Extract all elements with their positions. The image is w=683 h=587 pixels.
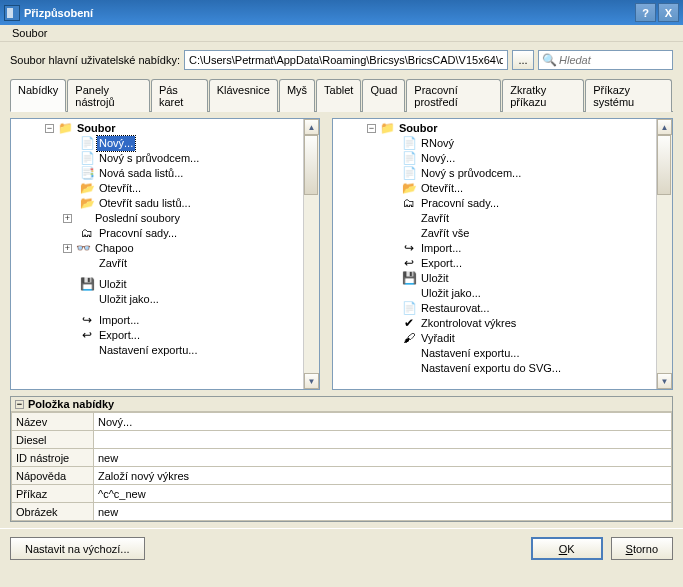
browse-button[interactable]: ... bbox=[512, 50, 534, 70]
tab-panely-nástrojů[interactable]: Panely nástrojů bbox=[67, 79, 150, 112]
tree-item[interactable]: Poslední soubory bbox=[93, 211, 182, 226]
tree-item[interactable]: Pracovní sady... bbox=[97, 226, 179, 241]
close-button[interactable]: X bbox=[658, 3, 679, 22]
tab-tablet[interactable]: Tablet bbox=[316, 79, 361, 112]
expand-icon[interactable]: + bbox=[63, 214, 72, 223]
item-icon: 📄 bbox=[401, 302, 417, 316]
expand-icon[interactable]: + bbox=[63, 244, 72, 253]
tree-item[interactable]: Export... bbox=[419, 256, 464, 271]
search-input[interactable] bbox=[538, 50, 673, 70]
tree-item[interactable]: Otevřít... bbox=[97, 181, 143, 196]
path-input[interactable] bbox=[184, 50, 508, 70]
prop-value[interactable]: Nový... bbox=[94, 413, 672, 431]
prop-value[interactable]: new bbox=[94, 503, 672, 521]
prop-key: Název bbox=[12, 413, 94, 431]
menu-file[interactable]: Soubor bbox=[6, 25, 53, 41]
tree-item[interactable]: Nový... bbox=[419, 151, 457, 166]
help-button[interactable]: ? bbox=[635, 3, 656, 22]
tab-pás-karet[interactable]: Pás karet bbox=[151, 79, 208, 112]
tab-quad[interactable]: Quad bbox=[362, 79, 405, 112]
tree-item[interactable]: Uložit bbox=[419, 271, 451, 286]
tree-item[interactable]: Nastavení exportu... bbox=[419, 346, 521, 361]
collapse-icon[interactable]: − bbox=[15, 400, 24, 409]
prop-value[interactable] bbox=[94, 431, 672, 449]
item-icon: 👓 bbox=[75, 242, 91, 256]
folder-icon: 📁 bbox=[379, 122, 395, 136]
app-icon bbox=[4, 5, 20, 21]
ok-button[interactable]: OK bbox=[531, 537, 603, 560]
scroll-thumb[interactable] bbox=[304, 135, 318, 195]
tab-myš[interactable]: Myš bbox=[279, 79, 315, 112]
tree-item[interactable]: Uložit jako... bbox=[419, 286, 483, 301]
tree-item[interactable]: Nový s průvodcem... bbox=[419, 166, 523, 181]
tree-item[interactable]: Zavřít bbox=[97, 256, 129, 271]
property-group-title: Položka nabídky bbox=[28, 398, 114, 410]
tree-item[interactable]: Vyřadit bbox=[419, 331, 457, 346]
tree-item[interactable]: Import... bbox=[97, 313, 141, 328]
prop-key: Obrázek bbox=[12, 503, 94, 521]
left-tree-pane: −📁Soubor📄Nový...📄Nový s průvodcem...📑Nov… bbox=[10, 118, 320, 390]
tree-root[interactable]: Soubor bbox=[75, 121, 118, 136]
reset-button[interactable]: Nastavit na výchozí... bbox=[10, 537, 145, 560]
prop-key: Příkaz bbox=[12, 485, 94, 503]
item-icon: ↪ bbox=[401, 242, 417, 256]
scroll-down[interactable]: ▼ bbox=[657, 373, 672, 389]
tab-zkratky-příkazu[interactable]: Zkratky příkazu bbox=[502, 79, 584, 112]
tree-item[interactable]: Chapoo bbox=[93, 241, 136, 256]
item-icon: 🖌 bbox=[401, 332, 417, 346]
item-icon: 📄 bbox=[401, 167, 417, 181]
window-title: Přizpůsobení bbox=[24, 7, 633, 19]
tree-item[interactable]: Import... bbox=[419, 241, 463, 256]
tree-item[interactable]: Nastavení exportu do SVG... bbox=[419, 361, 563, 376]
tree-item[interactable]: Zavřít vše bbox=[419, 226, 471, 241]
search-icon: 🔍 bbox=[542, 53, 557, 67]
tree-item[interactable]: Zkontrolovat výkres bbox=[419, 316, 518, 331]
prop-value[interactable]: Založí nový výkres bbox=[94, 467, 672, 485]
item-icon: 🗂 bbox=[401, 197, 417, 211]
tree-item[interactable]: Zavřít bbox=[419, 211, 451, 226]
tree-item[interactable]: RNový bbox=[419, 136, 456, 151]
item-icon: 📄 bbox=[79, 152, 95, 166]
path-label: Soubor hlavní uživatelské nabídky: bbox=[10, 54, 180, 66]
prop-key: Diesel bbox=[12, 431, 94, 449]
item-icon: 📂 bbox=[79, 182, 95, 196]
scrollbar[interactable]: ▲ ▼ bbox=[656, 119, 672, 389]
right-tree-pane: −📁Soubor📄RNový📄Nový...📄Nový s průvodcem.… bbox=[332, 118, 673, 390]
scroll-up[interactable]: ▲ bbox=[304, 119, 319, 135]
tree-item[interactable]: Export... bbox=[97, 328, 142, 343]
prop-value[interactable]: ^c^c_new bbox=[94, 485, 672, 503]
item-icon: 💾 bbox=[401, 272, 417, 286]
item-icon: 📄 bbox=[79, 137, 95, 151]
prop-value[interactable]: new bbox=[94, 449, 672, 467]
scrollbar[interactable]: ▲ ▼ bbox=[303, 119, 319, 389]
tree-item[interactable]: Nový s průvodcem... bbox=[97, 151, 201, 166]
tab-nabídky[interactable]: Nabídky bbox=[10, 79, 66, 112]
item-icon: 📂 bbox=[401, 182, 417, 196]
tree-item[interactable]: Uložit jako... bbox=[97, 292, 161, 307]
tree-item[interactable]: Nový... bbox=[97, 136, 135, 151]
item-icon: ✔ bbox=[401, 317, 417, 331]
scroll-up[interactable]: ▲ bbox=[657, 119, 672, 135]
tree-item[interactable]: Restaurovat... bbox=[419, 301, 491, 316]
collapse-icon[interactable]: − bbox=[45, 124, 54, 133]
tree-root[interactable]: Soubor bbox=[397, 121, 440, 136]
tab-pracovní-prostředí[interactable]: Pracovní prostředí bbox=[406, 79, 501, 112]
prop-key: Nápověda bbox=[12, 467, 94, 485]
prop-key: ID nástroje bbox=[12, 449, 94, 467]
collapse-icon[interactable]: − bbox=[367, 124, 376, 133]
item-icon: ↩ bbox=[401, 257, 417, 271]
item-icon: ↪ bbox=[79, 314, 95, 328]
item-icon: 💾 bbox=[79, 278, 95, 292]
tab-příkazy-systému[interactable]: Příkazy systému bbox=[585, 79, 672, 112]
tree-item[interactable]: Pracovní sady... bbox=[419, 196, 501, 211]
cancel-button[interactable]: Storno bbox=[611, 537, 673, 560]
tree-item[interactable]: Nová sada listů... bbox=[97, 166, 185, 181]
tree-item[interactable]: Uložit bbox=[97, 277, 129, 292]
item-icon: 📄 bbox=[401, 137, 417, 151]
tree-item[interactable]: Otevřít sadu listů... bbox=[97, 196, 193, 211]
scroll-down[interactable]: ▼ bbox=[304, 373, 319, 389]
tree-item[interactable]: Otevřít... bbox=[419, 181, 465, 196]
tab-klávesnice[interactable]: Klávesnice bbox=[209, 79, 278, 112]
tree-item[interactable]: Nastavení exportu... bbox=[97, 343, 199, 358]
scroll-thumb[interactable] bbox=[657, 135, 671, 195]
